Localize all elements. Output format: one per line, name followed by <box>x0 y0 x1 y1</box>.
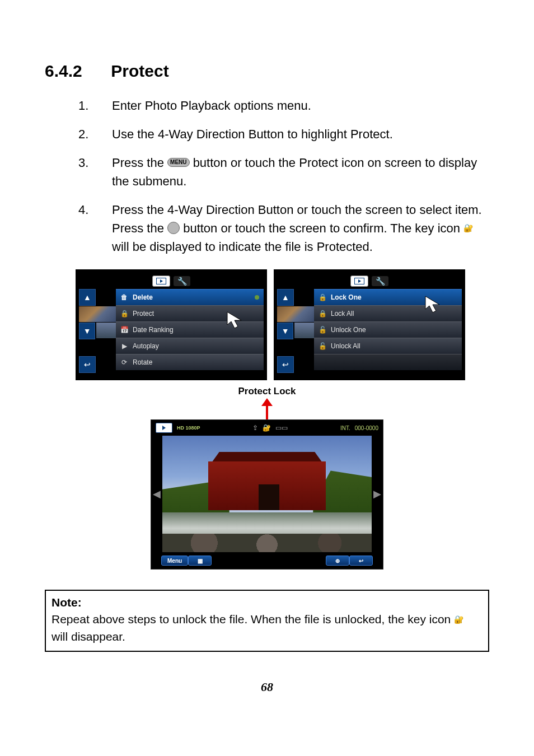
camera-submenu-list: 🔒 Lock One 🔒 Lock All 🔓 Unlock One 🔓 Unl… <box>314 289 462 373</box>
step-number: 3. <box>78 153 112 190</box>
wrench-icon: 🔧 <box>376 277 385 286</box>
menu-item-unlock-one[interactable]: 🔓 Unlock One <box>314 321 462 338</box>
thumbnail-image[interactable] <box>96 323 116 338</box>
zoom-button[interactable]: ⊕ <box>326 556 349 566</box>
thumb-down-button[interactable]: ▼ <box>277 323 293 339</box>
battery-icon: ▭▭ <box>275 424 288 432</box>
counter-label: 000-0000 <box>355 425 378 431</box>
menu-item-lock-one[interactable]: 🔒 Lock One <box>314 289 462 305</box>
menu-item-delete[interactable]: 🗑 Delete <box>116 289 264 305</box>
camera-menu-left: 🔧 ▲ ▼ ↩ 🗑 Delete <box>76 269 267 380</box>
storage-label: INT. <box>340 425 350 431</box>
protect-lock-label: Protect Lock <box>149 386 385 397</box>
step-number: 4. <box>78 200 112 256</box>
step-number: 1. <box>78 96 112 115</box>
back-button[interactable]: ↩ <box>277 356 294 373</box>
page-number: 68 <box>45 680 489 694</box>
lock-icon: 🔒 <box>120 310 128 318</box>
thumb-up-button[interactable]: ▲ <box>277 289 294 306</box>
key-icon: 🔐 <box>454 614 463 625</box>
lock-icon: 🔒 <box>318 310 326 318</box>
lock-icon: 🔒 <box>318 293 326 301</box>
menu-item-rotate[interactable]: ⟳ Rotate <box>116 354 264 370</box>
export-icon: ⇪ <box>252 424 258 432</box>
tab-settings[interactable]: 🔧 <box>372 276 388 286</box>
menu-button[interactable]: Menu <box>161 556 188 566</box>
pointer-arrow-icon <box>261 398 273 419</box>
menu-item-label: Autoplay <box>133 342 159 350</box>
step-number: 2. <box>78 125 112 143</box>
text-fragment: button or touch the screen to confirm. T… <box>183 221 463 235</box>
steps-list: 1. Enter Photo Playback options menu. 2.… <box>78 96 489 256</box>
prev-photo-button[interactable]: ◀ <box>153 436 160 552</box>
tab-settings[interactable]: 🔧 <box>174 276 190 286</box>
playback-screen: HD 1080P ⇪ 🔐 ▭▭ INT. 000-0000 ◀ <box>151 419 383 570</box>
unlock-icon: 🔓 <box>318 342 326 350</box>
button-label: Menu <box>167 558 182 564</box>
menu-item-label: Rotate <box>133 358 152 366</box>
menu-button-icon: MENU <box>167 158 189 167</box>
chevron-left-icon: ◀ <box>153 488 161 500</box>
grid-button[interactable]: ▦ <box>188 556 212 566</box>
note-text: will disappear. <box>51 630 125 643</box>
menu-item-label: Protect <box>133 310 154 318</box>
play-icon: ▶ <box>120 342 128 350</box>
step-text: Enter Photo Playback options menu. <box>112 96 489 115</box>
key-icon: 🔐 <box>463 222 473 234</box>
step-text: Use the 4-Way Direction Button to highli… <box>112 125 489 143</box>
step-text: Press the MENU button or touch the Prote… <box>112 153 489 190</box>
back-button[interactable]: ↩ <box>79 356 96 373</box>
camera-menu-right: 🔧 ▲ ▼ ↩ 🔒 Lock One <box>274 269 465 380</box>
trash-icon: 🗑 <box>120 293 128 301</box>
menu-screenshots: 🔧 ▲ ▼ ↩ 🗑 Delete <box>76 269 489 380</box>
grid-icon: ▦ <box>198 558 203 564</box>
chevron-right-icon: ▶ <box>373 488 381 500</box>
menu-item-date-ranking[interactable]: 📅 Date Ranking <box>116 321 264 338</box>
next-photo-button[interactable]: ▶ <box>374 436 381 552</box>
thumb-down-button[interactable]: ▼ <box>79 323 95 339</box>
tab-playback[interactable] <box>350 276 368 287</box>
menu-item-label: Unlock One <box>331 326 366 334</box>
menu-item-autoplay[interactable]: ▶ Autoplay <box>116 338 264 354</box>
menu-item-label: Lock All <box>331 310 354 318</box>
chevron-down-icon: ▼ <box>83 326 91 335</box>
thumbnail-image[interactable] <box>294 323 314 338</box>
menu-item-label: Delete <box>133 293 153 301</box>
rotate-icon: ⟳ <box>120 358 128 366</box>
section-number: 6.4.2 <box>45 62 106 81</box>
zoom-in-icon: ⊕ <box>335 558 340 564</box>
chevron-down-icon: ▼ <box>282 326 289 335</box>
menu-item-label: Unlock All <box>331 342 360 350</box>
back-icon: ↩ <box>282 360 289 369</box>
text-fragment: Press the <box>112 156 167 170</box>
photo-preview[interactable] <box>162 436 372 552</box>
unlock-icon: 🔓 <box>318 326 326 334</box>
note-heading: Note: <box>51 596 82 609</box>
menu-item-label: Lock One <box>331 293 362 301</box>
note-box: Note: Repeat above steps to unlock the f… <box>45 590 489 652</box>
indicator-dot-icon <box>255 295 259 300</box>
menu-item-lock-all[interactable]: 🔒 Lock All <box>314 305 462 321</box>
thumb-up-button[interactable]: ▲ <box>79 289 96 306</box>
thumbnail-image[interactable] <box>79 306 116 322</box>
step-text: Press the 4-Way Direction Button or touc… <box>112 200 489 256</box>
calendar-icon: 📅 <box>120 326 128 334</box>
menu-item-protect[interactable]: 🔒 Protect <box>116 305 264 321</box>
note-text: Repeat above steps to unlock the file. W… <box>51 613 454 626</box>
chevron-up-icon: ▲ <box>282 293 289 302</box>
menu-item-empty <box>314 354 462 370</box>
section-title: Protect <box>111 62 168 80</box>
back-button[interactable]: ↩ <box>349 556 373 566</box>
back-icon: ↩ <box>84 360 91 369</box>
menu-item-label: Date Ranking <box>133 326 174 334</box>
tab-playback[interactable] <box>152 276 170 287</box>
ok-button-icon <box>167 222 180 234</box>
text-fragment: will be displayed to indicate the file i… <box>112 240 373 254</box>
camera-menu-list: 🗑 Delete 🔒 Protect 📅 Date Ranking ▶ <box>116 289 264 373</box>
back-icon: ↩ <box>359 558 363 564</box>
menu-item-unlock-all[interactable]: 🔓 Unlock All <box>314 338 462 354</box>
wrench-icon: 🔧 <box>177 277 187 286</box>
key-icon: 🔐 <box>263 424 271 432</box>
thumbnail-image[interactable] <box>277 306 314 322</box>
playback-mode-icon <box>156 423 172 433</box>
